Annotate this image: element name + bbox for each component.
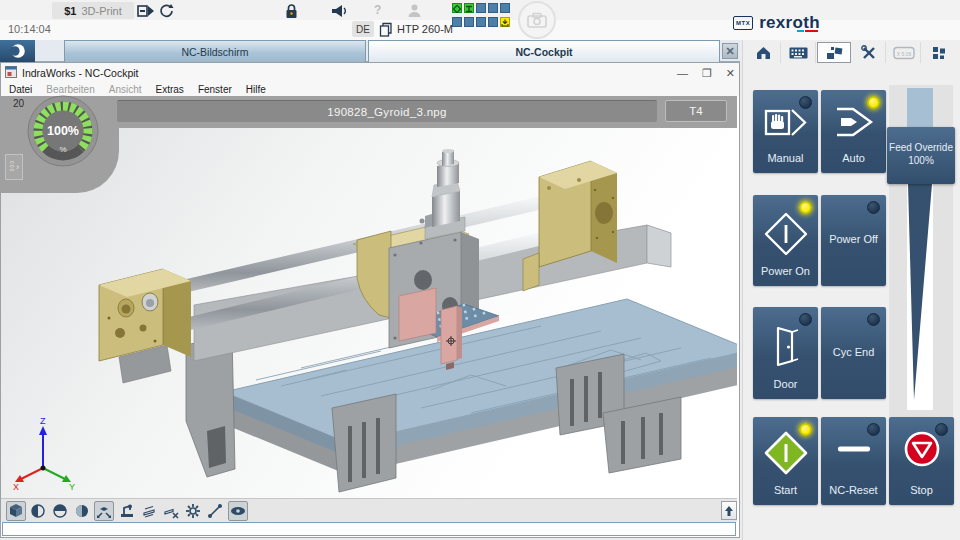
view-isometric-button[interactable]	[6, 501, 26, 521]
clipping-plane-button[interactable]	[139, 501, 159, 521]
language-button[interactable]: DE	[352, 21, 374, 37]
nav-machine-functions-button[interactable]	[817, 42, 851, 63]
power-off-indicator	[867, 201, 880, 214]
window-close-button[interactable]: ✕	[726, 67, 735, 80]
cyc-end-button[interactable]: Cyc End	[821, 307, 886, 399]
menu-bar: Datei Bearbeiten Ansicht Extras Fenster …	[1, 83, 739, 96]
status-square	[488, 3, 498, 13]
menu-extras[interactable]: Extras	[156, 84, 184, 95]
tools-icon	[861, 45, 877, 60]
announcement-icon[interactable]	[331, 4, 349, 20]
menu-hilfe[interactable]: Hilfe	[246, 84, 266, 95]
machine-model: X Y Z	[1, 128, 737, 498]
svg-text:X 5.06: X 5.06	[896, 50, 911, 56]
status-square-output	[500, 17, 510, 27]
view-side-button[interactable]	[72, 501, 92, 521]
cockpit-content: 20 100% % 190828_Gyroid_3.npg T4 000 ›	[1, 96, 739, 537]
menu-fenster[interactable]: Fenster	[198, 84, 232, 95]
left-bearing-block	[99, 269, 191, 383]
power-on-button[interactable]: Power On	[753, 195, 818, 286]
screenshot-camera-button[interactable]	[518, 1, 556, 39]
feed-override-handle[interactable]: Feed Override 100%	[887, 127, 955, 184]
window-title-bar[interactable]: IndraWorks - NC-Cockpit — ❐ ✕	[1, 63, 739, 83]
app-icon	[5, 66, 17, 80]
channel-selector-button[interactable]: $1 3D-Print	[52, 2, 134, 19]
gauge-unit-icon: %	[59, 145, 66, 154]
home-icon	[755, 45, 772, 60]
status-square	[464, 17, 474, 27]
logo-cyan-accent	[797, 30, 804, 32]
machine-control-panel: X 5.06 Manual Auto Feed Override 100%	[742, 40, 960, 540]
nav-app-grid-button[interactable]	[922, 42, 956, 63]
active-tool-box[interactable]: T4	[665, 100, 727, 122]
zoom-fit-button[interactable]	[94, 501, 114, 521]
axis-y-label: Y	[69, 482, 75, 492]
power-off-button[interactable]: Power Off	[821, 195, 886, 286]
block-transfer-icon[interactable]	[137, 4, 155, 20]
feed-gauge: 100% %	[27, 95, 99, 167]
visibility-button[interactable]	[228, 501, 248, 521]
tab-nc-bildschirm[interactable]: NC-Bildschirm	[64, 40, 366, 62]
stop-button[interactable]: Stop	[889, 417, 954, 505]
menu-ansicht[interactable]: Ansicht	[109, 84, 142, 95]
keyboard-icon	[789, 47, 808, 59]
axis-z-label: Z	[40, 416, 46, 426]
nc-reset-indicator	[867, 423, 880, 436]
view-front-button[interactable]	[28, 501, 48, 521]
stop-icon	[889, 427, 954, 471]
refresh-icon[interactable]	[158, 3, 176, 19]
tab-close-button[interactable]: ✕	[722, 43, 738, 59]
nav-crescent-button[interactable]	[0, 40, 35, 62]
copy-page-icon[interactable]	[379, 22, 397, 38]
measure-button[interactable]	[205, 501, 225, 521]
machine-model-button[interactable]	[117, 501, 137, 521]
status-square	[500, 3, 510, 13]
user-icon	[407, 3, 425, 19]
axis-panel-expand-button[interactable]: 000 ›	[5, 154, 23, 180]
status-square	[488, 17, 498, 27]
view-settings-button[interactable]	[183, 501, 203, 521]
chevron-right-icon: ›	[16, 162, 19, 172]
nav-home-button[interactable]	[747, 42, 781, 63]
nav-program-info-button[interactable]: X 5.06	[887, 42, 921, 63]
manual-mode-button[interactable]: Manual	[753, 90, 818, 173]
door-icon	[753, 323, 818, 367]
rexroth-logo: rexroth	[759, 13, 820, 33]
close-icon: ✕	[725, 45, 734, 57]
program-name: 190828_Gyroid_3.npg	[327, 106, 447, 118]
manual-hand-icon	[753, 104, 818, 140]
active-program-bar[interactable]: 190828_Gyroid_3.npg	[117, 100, 657, 122]
view-top-button[interactable]	[50, 501, 70, 521]
status-square-tool	[464, 3, 474, 13]
auto-arrow-icon	[821, 104, 886, 140]
door-button[interactable]: Door	[753, 307, 818, 399]
auto-mode-button[interactable]: Auto	[821, 90, 886, 173]
tab-nc-cockpit[interactable]: NC-Cockpit	[368, 40, 720, 62]
clock: 10:14:04	[8, 23, 51, 35]
nav-keyboard-button[interactable]	[782, 42, 816, 63]
menu-bearbeiten[interactable]: Bearbeiten	[46, 84, 94, 95]
app-grid-icon	[932, 46, 946, 60]
clipping-plane-remove-button[interactable]	[161, 501, 181, 521]
viewport-toolbar	[1, 498, 737, 522]
channel-mode-label: 3D-Print	[81, 5, 121, 17]
restore-button[interactable]: ❐	[702, 67, 712, 80]
coordinate-axes: X Y Z	[13, 416, 75, 492]
status-square-nc-start	[452, 3, 462, 13]
window-title: IndraWorks - NC-Cockpit	[22, 67, 139, 79]
channel-id: $1	[64, 5, 76, 17]
viewport-status-bar	[2, 522, 736, 536]
start-button[interactable]: Start	[753, 417, 818, 505]
minimize-button[interactable]: —	[677, 67, 688, 79]
top-status-bar: $1 3D-Print ? 10:14:04 DE HTP 260-M MTX	[0, 0, 960, 40]
nc-reset-button[interactable]: NC-Reset	[821, 417, 886, 505]
machine-name: HTP 260-M	[397, 23, 453, 35]
tool-number: T4	[689, 105, 702, 117]
nav-service-tools-button[interactable]	[852, 42, 886, 63]
toolbar-expand-up-button[interactable]	[721, 501, 737, 520]
help-icon: ?	[374, 3, 381, 17]
brand-logo: MTX rexroth	[733, 12, 820, 34]
machine-3d-viewport[interactable]: X Y Z	[1, 128, 737, 498]
menu-datei[interactable]: Datei	[9, 84, 32, 95]
logo-red-accent	[805, 30, 818, 32]
